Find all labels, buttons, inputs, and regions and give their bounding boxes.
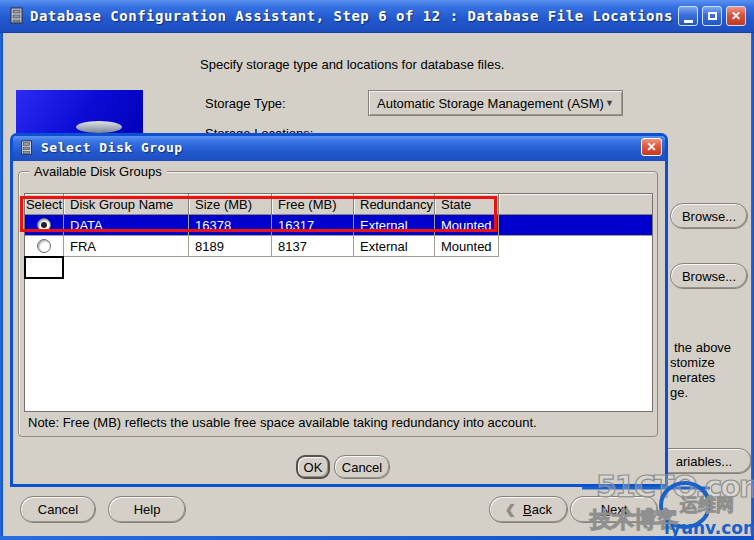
chevron-down-icon: ▼ xyxy=(605,98,614,108)
row-data-filler xyxy=(499,215,652,236)
focused-table-cell[interactable] xyxy=(24,256,64,279)
row-data-free: 16317 xyxy=(272,215,354,236)
dialog-close-button[interactable]: ✕ xyxy=(641,138,662,156)
minimize-button[interactable] xyxy=(678,6,698,26)
storage-type-select[interactable]: Automatic Storage Management (ASM) ▼ xyxy=(368,90,623,116)
col-header-name[interactable]: Disk Group Name xyxy=(64,194,189,215)
window-border-left xyxy=(0,32,3,540)
disk-group-table: Select Disk Group Name Size (MB) Free (M… xyxy=(24,193,653,412)
main-titlebar: Database Configuration Assistant, Step 6… xyxy=(0,0,754,33)
help-text-line-1: the above xyxy=(674,340,731,355)
browse-button-1[interactable]: Browse... xyxy=(670,203,748,229)
ok-button[interactable]: OK xyxy=(296,455,330,479)
watermark-ops-text: 运维网 xyxy=(679,494,734,515)
browse-button-2[interactable]: Browse... xyxy=(670,263,748,289)
storage-type-value: Automatic Storage Management (ASM) xyxy=(377,96,604,111)
col-header-select[interactable]: Select xyxy=(25,194,64,215)
maximize-button[interactable] xyxy=(702,6,722,26)
row-data-name: DATA xyxy=(64,215,189,236)
radio-data[interactable] xyxy=(37,218,51,232)
watermark-ring xyxy=(661,483,709,527)
row-fra-select-cell xyxy=(25,236,64,257)
table-header-row: Select Disk Group Name Size (MB) Free (M… xyxy=(25,194,652,215)
col-header-free[interactable]: Free (MB) xyxy=(272,194,354,215)
disk-graphic xyxy=(76,121,122,133)
row-data-size: 16378 xyxy=(189,215,272,236)
col-header-redundancy[interactable]: Redundancy xyxy=(354,194,435,215)
row-fra-filler xyxy=(499,236,652,257)
row-fra-size: 8189 xyxy=(189,236,272,257)
close-icon: ✕ xyxy=(731,10,741,22)
groupbox-label: Available Disk Groups xyxy=(29,164,167,179)
row-fra-redundancy: External xyxy=(354,236,435,257)
dialog-title: Select Disk Group xyxy=(41,140,183,155)
watermark-subsite-text: iyunv.com xyxy=(664,518,754,538)
table-row-fra[interactable]: FRA 8189 8137 External Mounted xyxy=(25,236,652,257)
dialog-note: Note: Free (MB) reflects the usable free… xyxy=(28,415,537,430)
radio-fra[interactable] xyxy=(37,239,51,253)
cancel-button[interactable]: Cancel xyxy=(20,496,96,523)
help-text-line-3: nerates xyxy=(672,370,715,385)
file-location-variables-button[interactable]: ariables... xyxy=(656,448,752,474)
help-text-line-4: ge. xyxy=(670,385,688,400)
help-text-line-2: stomize xyxy=(670,355,715,370)
dbca-window: Database Configuration Assistant, Step 6… xyxy=(0,0,754,540)
table-row-data[interactable]: DATA 16378 16317 External Mounted xyxy=(25,215,652,236)
dialog-close-icon: ✕ xyxy=(646,141,656,153)
maximize-icon xyxy=(708,12,717,20)
row-fra-state: Mounted xyxy=(435,236,499,257)
col-header-filler xyxy=(499,194,652,215)
row-data-select-cell xyxy=(25,215,64,236)
row-fra-name: FRA xyxy=(64,236,189,257)
close-button[interactable]: ✕ xyxy=(726,6,746,26)
dialog-icon xyxy=(19,140,35,160)
wizard-graphic xyxy=(16,90,143,134)
window-border-bottom xyxy=(0,536,754,540)
back-button[interactable]: ❮ Back xyxy=(489,496,568,523)
col-header-size[interactable]: Size (MB) xyxy=(189,194,272,215)
window-title: Database Configuration Assistant, Step 6… xyxy=(30,8,673,24)
row-fra-free: 8137 xyxy=(272,236,354,257)
back-chevron-icon: ❮ xyxy=(505,502,516,517)
minimize-icon xyxy=(684,20,693,23)
col-header-state[interactable]: State xyxy=(435,194,499,215)
row-data-state: Mounted xyxy=(435,215,499,236)
select-disk-group-dialog: Select Disk Group ✕ Available Disk Group… xyxy=(10,133,668,487)
page-subtitle: Specify storage type and locations for d… xyxy=(200,57,504,72)
row-data-redundancy: External xyxy=(354,215,435,236)
dialog-cancel-button[interactable]: Cancel xyxy=(334,455,390,479)
next-button[interactable]: Next xyxy=(570,496,658,523)
dialog-titlebar: Select Disk Group ✕ xyxy=(13,136,665,161)
app-icon xyxy=(8,7,26,29)
help-button[interactable]: Help xyxy=(108,496,186,523)
storage-type-label: Storage Type: xyxy=(205,96,286,111)
